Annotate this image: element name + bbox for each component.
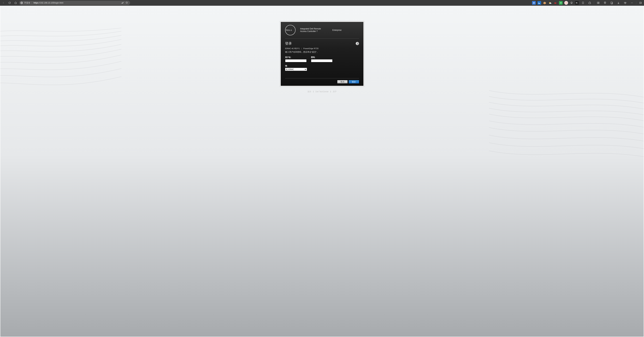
address-bar[interactable]: ✕ 不安全 | https://192.168.10.105/login.htm… <box>19 1 130 5</box>
svg-point-6 <box>632 3 632 3</box>
not-secure-icon: ✕ <box>20 2 23 4</box>
ext-monkey-icon[interactable]: 🐵 <box>543 1 546 5</box>
help-button[interactable]: ? <box>356 42 359 45</box>
server-model: PowerEdge R720 <box>303 48 318 50</box>
footer-support-link[interactable]: 支持 <box>308 90 311 92</box>
ext-send-icon[interactable]: ◣ <box>538 1 541 5</box>
svg-rect-8 <box>640 2 642 4</box>
svg-rect-2 <box>597 2 598 4</box>
svg-rect-1 <box>582 2 584 4</box>
domain-select[interactable]: 此 iDRAC <box>285 68 307 71</box>
svg-text:L: L <box>291 29 292 31</box>
dell-logo: D E L L <box>285 25 296 35</box>
split-screen-button[interactable] <box>596 0 601 6</box>
decorative-waves-right <box>489 87 644 164</box>
url-path: ://192.168.10.105/login.html <box>38 2 63 4</box>
ext-magnet-icon[interactable]: Ü <box>570 1 574 5</box>
favorites-button[interactable] <box>602 0 608 6</box>
svg-text:D: D <box>286 29 287 31</box>
login-heading: 登录 <box>285 41 292 46</box>
svg-rect-3 <box>598 2 599 4</box>
browser-toolbar: ✕ 不安全 | https://192.168.10.105/login.htm… <box>0 0 644 6</box>
url-separator: | <box>32 2 32 4</box>
edition-label: Enterprise <box>332 29 342 31</box>
svg-point-5 <box>631 3 632 3</box>
ext-pause-icon[interactable]: ▮▮ <box>554 1 557 5</box>
password-input[interactable] <box>311 59 332 62</box>
security-label: 不安全 <box>24 2 30 4</box>
footer-links: 支持 | Dell TechCenter | 关于 <box>308 90 336 93</box>
favorite-star-icon[interactable] <box>126 1 128 5</box>
svg-rect-4 <box>611 2 612 4</box>
nav-refresh-button[interactable] <box>7 0 12 6</box>
ext-video-icon[interactable] <box>564 1 568 5</box>
extensions-button[interactable] <box>587 0 592 6</box>
login-panel: D E L L Integrated Dell Remote Access Co… <box>280 21 364 87</box>
ext-mail-icon[interactable]: ✉ <box>532 1 536 5</box>
svg-text:E: E <box>287 29 289 32</box>
button-row: 取消 提交 <box>285 78 359 84</box>
header-divider <box>285 38 359 39</box>
submit-button[interactable]: 提交 <box>349 80 359 84</box>
downloads-button[interactable] <box>616 0 621 6</box>
url-protocol: https <box>34 2 38 4</box>
svg-point-7 <box>632 3 633 3</box>
username-input[interactable] <box>285 59 306 62</box>
read-aloud-icon[interactable]: A)) <box>122 2 124 4</box>
nav-home-button[interactable] <box>13 0 18 6</box>
svg-text:L: L <box>289 29 290 31</box>
domain-label: 域: <box>285 65 307 67</box>
ext-page-icon[interactable] <box>580 0 586 6</box>
login-hint: 键入用户名和密码，然后单击"提交"。 <box>285 51 359 53</box>
footer-about-link[interactable]: 关于 <box>333 90 336 92</box>
collections-button[interactable] <box>609 0 614 6</box>
nav-back-button[interactable] <box>1 0 6 6</box>
ext-md-icon[interactable]: M↓ <box>575 1 579 5</box>
sidebar-toggle-button[interactable] <box>638 0 643 6</box>
extensions-row: ✉ ◣ 🐵 ⛅ ▮▮ 15 Ü M↓ <box>532 0 643 6</box>
footer-techcenter-link[interactable]: Dell TechCenter <box>315 90 328 92</box>
performance-button[interactable] <box>623 0 628 6</box>
more-button[interactable] <box>630 0 634 6</box>
system-id-line: IDRAC-4LYB2Y1 | PowerEdge R720 <box>285 48 359 50</box>
decorative-waves-left <box>0 26 121 100</box>
product-name: Integrated Dell Remote Access Controller… <box>300 28 321 33</box>
page-viewport: D E L L Integrated Dell Remote Access Co… <box>0 6 644 337</box>
ext-adguard-icon[interactable]: 15 <box>559 1 563 5</box>
username-label: 用户名: <box>285 56 306 59</box>
idrac-hostname: IDRAC-4LYB2Y1 <box>285 48 300 50</box>
cancel-button[interactable]: 取消 <box>337 80 348 84</box>
ext-weather-icon[interactable]: ⛅ <box>548 1 552 5</box>
password-label: 密码: <box>311 56 332 59</box>
